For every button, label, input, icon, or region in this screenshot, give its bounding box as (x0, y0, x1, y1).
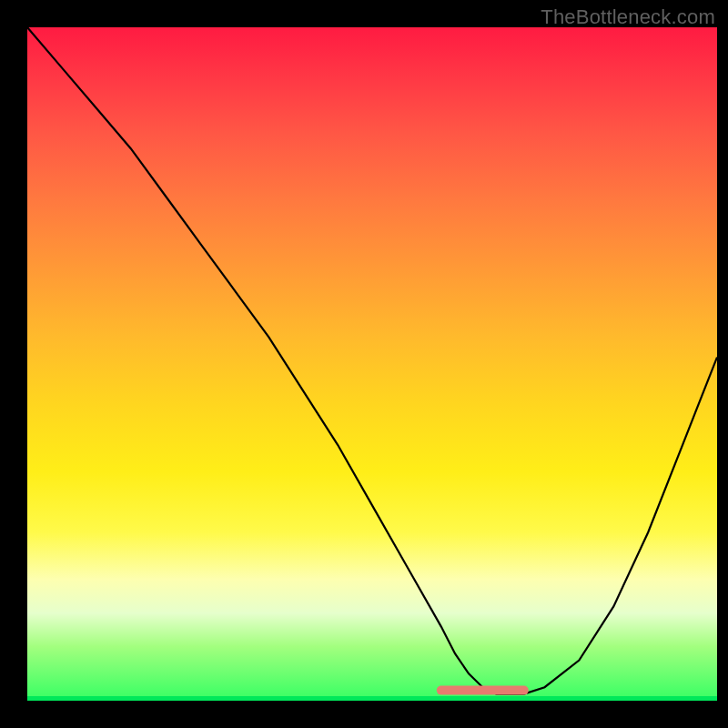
watermark-text: TheBottleneck.com (541, 5, 715, 29)
chart-baseline (27, 696, 717, 701)
bottleneck-curve (27, 27, 717, 701)
chart-plot-area (27, 27, 717, 701)
